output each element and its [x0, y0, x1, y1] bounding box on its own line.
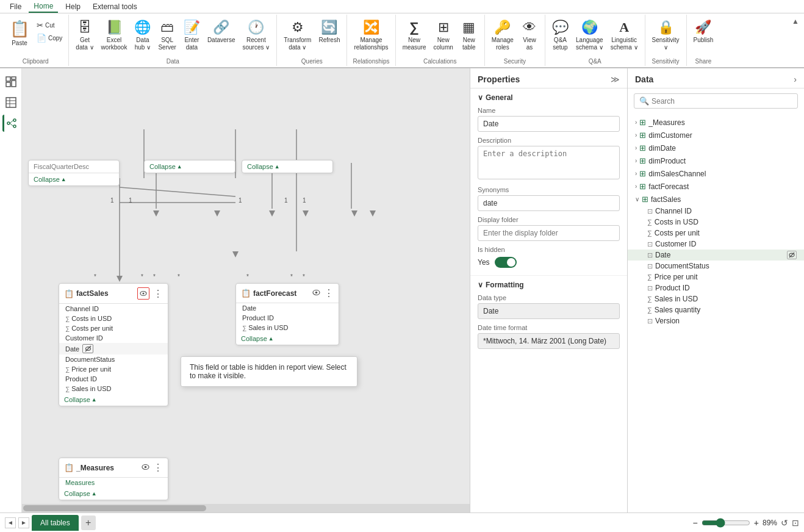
tree-child-channel-id[interactable]: ⊡ Channel ID	[628, 206, 804, 217]
tree-item-factsales[interactable]: ∨ ⊞ factSales	[628, 193, 804, 206]
zoom-minus[interactable]: −	[693, 518, 698, 528]
nav-next[interactable]: ►	[18, 517, 29, 528]
linguistic-schema-button[interactable]: A Linguisticschema ∨	[608, 17, 641, 54]
menu-external-tools[interactable]: External tools	[88, 1, 142, 12]
recent-sources-button[interactable]: 🕐 Recentsources ∨	[239, 17, 273, 54]
collapse-btn-1[interactable]: Collapse ▲	[29, 173, 119, 185]
sidebar-icon-model[interactable]	[2, 115, 20, 132]
svg-marker-41	[370, 210, 376, 217]
factforecast-title: factForecast	[253, 289, 296, 298]
get-data-button[interactable]: 🗄 Getdata ∨	[73, 17, 96, 54]
add-tab-button[interactable]: +	[81, 516, 96, 530]
all-tables-tab[interactable]: All tables	[32, 515, 79, 531]
tree-item-dimdate[interactable]: › ⊞ dimDate	[628, 142, 804, 154]
factsales-eye-btn[interactable]	[137, 287, 149, 300]
data-search-box[interactable]: 🔍	[634, 93, 798, 109]
tree-item-dimsaleschannel[interactable]: › ⊞ dimSalesChannel	[628, 167, 804, 180]
manage-roles-button[interactable]: 🔑 Manageroles	[489, 17, 517, 54]
tree-child-costs-per-unit[interactable]: ∑ Costs per unit	[628, 228, 804, 239]
new-measure-button[interactable]: ∑ Newmeasure	[400, 17, 429, 54]
nav-prev[interactable]: ◄	[5, 517, 16, 528]
dataverse-button[interactable]: 🔗 Dataverse	[204, 17, 239, 46]
field-date[interactable]: Date	[59, 343, 168, 354]
is-hidden-toggle[interactable]	[495, 257, 517, 268]
data-tree: › ⊞ _Measures › ⊞ dimCustomer › ⊞ dimDat…	[628, 113, 804, 512]
menu-file[interactable]: File	[5, 1, 26, 12]
name-input[interactable]	[478, 116, 620, 132]
svg-marker-20	[232, 251, 239, 257]
factsales-title: factSales	[76, 289, 109, 298]
data-hub-button[interactable]: 🌐 Datahub ∨	[131, 17, 154, 54]
date-hidden-icon[interactable]	[82, 344, 93, 353]
ribbon-expand[interactable]: ▲	[792, 15, 802, 66]
collapse-btn-2[interactable]: Collapse ▲	[145, 160, 235, 173]
tree-child-sales-usd[interactable]: ∑ Sales in USD	[628, 293, 804, 304]
enter-data-button[interactable]: 📝 Enterdata	[181, 17, 203, 54]
display-folder-input[interactable]	[478, 225, 620, 241]
excel-button[interactable]: 📗 Excelworkbook	[98, 17, 131, 54]
paste-button[interactable]: 📋 Paste	[6, 17, 33, 49]
new-column-button[interactable]: ⊞ Newcolumn	[431, 17, 456, 54]
tree-child-price-per-unit[interactable]: ∑ Price per unit	[628, 271, 804, 282]
manage-relationships-button[interactable]: 🔀 Managerelationships	[351, 17, 391, 54]
transform-data-button[interactable]: ⚙ Transformdata ∨	[281, 17, 314, 54]
tree-item-measures[interactable]: › ⊞ _Measures	[628, 116, 804, 129]
date-time-format-label: Date time format	[478, 324, 620, 331]
publish-button[interactable]: 🚀 Publish	[691, 17, 717, 46]
sidebar-icon-table[interactable]	[2, 94, 20, 111]
data-type-select[interactable]: Date	[478, 303, 620, 319]
tree-child-version[interactable]: ⊡ Version	[628, 315, 804, 326]
data-search-input[interactable]	[651, 97, 792, 106]
fit-page[interactable]: ⊡	[792, 518, 799, 528]
factforecast-more-btn[interactable]: ⋮	[324, 287, 334, 299]
security-group-label: Security	[489, 58, 541, 66]
tree-child-document-status[interactable]: ⊡ DocumentStatus	[628, 261, 804, 271]
sidebar-icon-report[interactable]	[2, 73, 20, 90]
sensitivity-button[interactable]: 🔒 Sensitivity∨	[649, 17, 683, 54]
data-type-label: Data type	[478, 294, 620, 301]
factforecast-eye-btn[interactable]	[312, 289, 320, 298]
zoom-plus[interactable]: +	[754, 518, 759, 528]
measures-more-btn[interactable]: ⋮	[153, 462, 163, 473]
menu-home[interactable]: Home	[29, 1, 58, 13]
view-as-button[interactable]: 👁 Viewas	[518, 17, 541, 54]
general-section-header[interactable]: ∨ General	[478, 93, 620, 102]
ff-field-product-id: Product ID	[236, 313, 339, 323]
factforecast-collapse[interactable]: Collapse ▲	[236, 332, 339, 345]
factsales-more-btn[interactable]: ⋮	[153, 288, 163, 300]
tree-child-date[interactable]: ⊡ Date	[628, 250, 804, 261]
measures-collapse[interactable]: Collapse ▲	[59, 487, 168, 500]
tree-child-product-id[interactable]: ⊡ Product ID	[628, 282, 804, 293]
tree-item-factforecast[interactable]: › ⊞ factForecast	[628, 180, 804, 193]
copy-button[interactable]: 📄 Copy	[34, 32, 65, 44]
sql-server-button[interactable]: 🗃 SQLServer	[155, 17, 179, 54]
menu-help[interactable]: Help	[60, 1, 85, 12]
factforecast-card: 📋 factForecast ⋮ Date Product ID ∑Sales …	[235, 283, 339, 345]
tree-child-customer-id[interactable]: ⊡ Customer ID	[628, 239, 804, 250]
date-time-format-select[interactable]: *Mittwoch, 14. März 2001 (Long Date)	[478, 333, 620, 349]
qa-setup-button[interactable]: 💬 Q&Asetup	[549, 17, 572, 54]
cut-button[interactable]: ✂ Cut	[34, 20, 65, 31]
search-icon: 🔍	[639, 96, 649, 106]
collapse-btn-3[interactable]: Collapse ▲	[242, 160, 332, 173]
canvas-hscrollbar[interactable]	[22, 504, 470, 512]
tree-child-sales-qty[interactable]: ∑ Sales quantity	[628, 304, 804, 315]
new-table-button[interactable]: ▦ Newtable	[458, 17, 481, 54]
formatting-section-header[interactable]: ∨ Formatting	[478, 281, 620, 289]
factsales-collapse[interactable]: Collapse ▲	[59, 394, 168, 406]
properties-panel-title: Properties	[478, 74, 520, 84]
data-panel-expand[interactable]: ›	[794, 74, 797, 84]
svg-marker-36	[153, 210, 159, 217]
refresh-button[interactable]: 🔄 Refresh	[315, 17, 343, 46]
measures-eye-btn[interactable]	[142, 463, 149, 472]
tree-item-dimcustomer[interactable]: › ⊞ dimCustomer	[628, 129, 804, 142]
properties-expand-btn[interactable]: ≫	[611, 74, 620, 84]
tree-child-costs-usd[interactable]: ∑ Costs in USD	[628, 217, 804, 228]
description-input[interactable]	[478, 146, 620, 179]
synonyms-input[interactable]	[478, 195, 620, 211]
zoom-slider[interactable]	[702, 518, 750, 528]
reset-zoom[interactable]: ↺	[781, 518, 788, 528]
svg-text:*: *	[94, 273, 96, 280]
language-schema-button[interactable]: 🌍 Languageschema ∨	[573, 17, 606, 54]
tree-item-dimproduct[interactable]: › ⊞ dimProduct	[628, 154, 804, 167]
